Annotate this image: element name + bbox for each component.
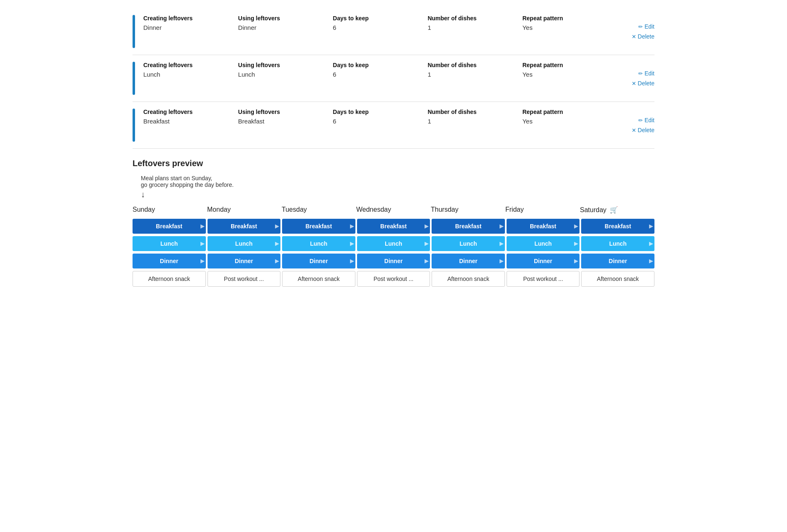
arrow-right-icon: ▶	[200, 241, 204, 247]
meal-cell-breakfast-1[interactable]: Breakfast▶	[208, 219, 281, 234]
meal-cell-dinner-4[interactable]: Dinner▶	[432, 254, 505, 268]
arrow-right-icon: ▶	[350, 258, 354, 264]
using-header-2: Using leftovers	[238, 109, 333, 115]
day-label-thursday: Thursday	[431, 204, 505, 215]
creating-value-2: Breakfast	[143, 118, 238, 125]
delete-button-1[interactable]: ✕ Delete	[632, 80, 654, 87]
meal-label: Breakfast	[455, 223, 482, 230]
rule-col-repeat-1: Repeat pattern Yes	[522, 62, 617, 95]
rule-content-1: Creating leftovers Lunch Using leftovers…	[143, 62, 617, 95]
arrow-right-icon: ▶	[574, 223, 578, 229]
meal-cell-dinner-2[interactable]: Dinner▶	[282, 254, 355, 268]
rule-col-creating-2: Creating leftovers Breakfast	[143, 109, 238, 142]
meal-cell-dinner-1[interactable]: Dinner▶	[208, 254, 281, 268]
meal-label: Lunch	[460, 240, 477, 247]
days-value-2: 6	[333, 118, 428, 125]
rule-actions-1: ✏ Edit ✕ Delete	[617, 62, 654, 95]
meal-cell-snack-1[interactable]: Post workout ...	[208, 271, 281, 287]
rule-content-2: Creating leftovers Breakfast Using lefto…	[143, 109, 617, 142]
delete-button-2[interactable]: ✕ Delete	[632, 127, 654, 133]
creating-header-0: Creating leftovers	[143, 15, 238, 22]
delete-button-0[interactable]: ✕ Delete	[632, 33, 654, 40]
meal-label: Dinner	[459, 258, 477, 264]
rule-col-using-1: Using leftovers Lunch	[238, 62, 333, 95]
meal-label: Dinner	[235, 258, 253, 264]
meal-cell-lunch-5[interactable]: Lunch▶	[507, 236, 580, 251]
delete-icon-1: ✕	[632, 80, 636, 87]
meal-cell-breakfast-2[interactable]: Breakfast▶	[282, 219, 355, 234]
meal-cell-dinner-3[interactable]: Dinner▶	[357, 254, 430, 268]
rule-col-dishes-1: Number of dishes 1	[427, 62, 522, 95]
dishes-value-2: 1	[427, 118, 522, 125]
snack-label: Afternoon snack	[298, 276, 340, 282]
day-label-tuesday: Tuesday	[282, 204, 356, 215]
preview-title: Leftovers preview	[133, 159, 654, 168]
meal-label: Dinner	[309, 258, 328, 264]
creating-value-0: Dinner	[143, 24, 238, 31]
meal-cell-breakfast-0[interactable]: Breakfast▶	[133, 219, 206, 234]
meal-cell-snack-0[interactable]: Afternoon snack	[133, 271, 206, 287]
meal-cell-lunch-6[interactable]: Lunch▶	[581, 236, 654, 251]
arrow-right-icon: ▶	[425, 241, 428, 247]
meal-label: Lunch	[385, 240, 402, 247]
arrow-right-icon: ▶	[649, 241, 653, 247]
rule-col-repeat-0: Repeat pattern Yes	[522, 15, 617, 48]
meal-label: Dinner	[609, 258, 627, 264]
meal-cell-lunch-4[interactable]: Lunch▶	[432, 236, 505, 251]
rule-col-creating-0: Creating leftovers Dinner	[143, 15, 238, 48]
meal-cell-lunch-3[interactable]: Lunch▶	[357, 236, 430, 251]
day-label-sunday: Sunday	[133, 204, 207, 215]
meal-label: Lunch	[160, 240, 178, 247]
meal-cell-breakfast-5[interactable]: Breakfast▶	[507, 219, 580, 234]
using-header-0: Using leftovers	[238, 15, 333, 22]
arrow-right-icon: ▶	[425, 223, 428, 229]
arrow-right-icon: ▶	[649, 258, 653, 264]
edit-button-1[interactable]: ✏ Edit	[638, 70, 654, 77]
arrow-right-icon: ▶	[574, 241, 578, 247]
repeat-value-1: Yes	[522, 71, 617, 78]
rule-accent-1	[133, 62, 135, 95]
meal-cell-snack-5[interactable]: Post workout ...	[507, 271, 580, 287]
meal-label: Lunch	[310, 240, 327, 247]
meal-cell-lunch-2[interactable]: Lunch▶	[282, 236, 355, 251]
calendar-grid: Breakfast▶Breakfast▶Breakfast▶Breakfast▶…	[133, 219, 654, 288]
meal-cell-snack-4[interactable]: Afternoon snack	[432, 271, 505, 287]
creating-header-1: Creating leftovers	[143, 62, 238, 68]
meal-cell-dinner-5[interactable]: Dinner▶	[507, 254, 580, 268]
rule-col-repeat-2: Repeat pattern Yes	[522, 109, 617, 142]
rule-col-dishes-0: Number of dishes 1	[427, 15, 522, 48]
using-value-1: Lunch	[238, 71, 333, 78]
meal-label: Breakfast	[530, 223, 556, 230]
snack-label: Afternoon snack	[447, 276, 489, 282]
dishes-value-1: 1	[427, 71, 522, 78]
leftover-rules-list: Creating leftovers Dinner Using leftover…	[133, 8, 654, 149]
meal-cell-dinner-0[interactable]: Dinner▶	[133, 254, 206, 268]
delete-icon-2: ✕	[632, 127, 636, 133]
meal-cell-snack-3[interactable]: Post workout ...	[357, 271, 430, 287]
rule-accent-0	[133, 15, 135, 48]
meal-label: Breakfast	[380, 223, 407, 230]
meal-cell-breakfast-6[interactable]: Breakfast▶	[581, 219, 654, 234]
meal-cell-breakfast-4[interactable]: Breakfast▶	[432, 219, 505, 234]
meal-cell-breakfast-3[interactable]: Breakfast▶	[357, 219, 430, 234]
leftover-rule-0: Creating leftovers Dinner Using leftover…	[133, 8, 654, 55]
meal-cell-snack-6[interactable]: Afternoon snack	[581, 271, 654, 287]
meal-cell-lunch-1[interactable]: Lunch▶	[208, 236, 281, 251]
creating-value-1: Lunch	[143, 71, 238, 78]
days-header-0: Days to keep	[333, 15, 428, 22]
repeat-value-0: Yes	[522, 24, 617, 31]
arrow-right-icon: ▶	[350, 241, 354, 247]
edit-button-0[interactable]: ✏ Edit	[638, 23, 654, 30]
meal-label: Breakfast	[306, 223, 332, 230]
snack-label: Post workout ...	[523, 276, 563, 282]
meal-cell-snack-2[interactable]: Afternoon snack	[282, 271, 355, 287]
meal-cell-dinner-6[interactable]: Dinner▶	[581, 254, 654, 268]
snack-label: Post workout ...	[224, 276, 264, 282]
edit-button-2[interactable]: ✏ Edit	[638, 117, 654, 123]
arrow-down-icon: ↓	[141, 190, 654, 199]
arrow-right-icon: ▶	[275, 258, 279, 264]
arrow-right-icon: ▶	[649, 223, 653, 229]
meal-cell-lunch-0[interactable]: Lunch▶	[133, 236, 206, 251]
delete-icon-0: ✕	[632, 34, 636, 40]
meal-label: Lunch	[534, 240, 552, 247]
